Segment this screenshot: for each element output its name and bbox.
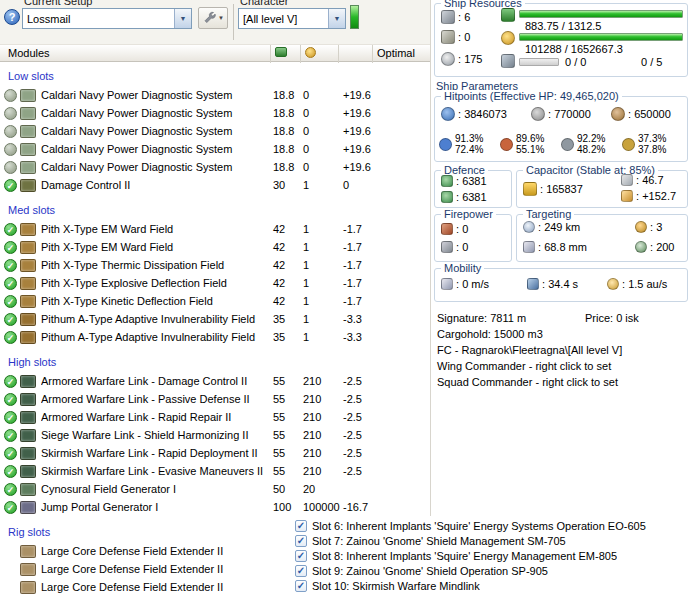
module-cpu-value: 55: [273, 390, 303, 408]
module-active-icon: ✓: [4, 241, 17, 254]
armor-hp-value: 770000: [548, 108, 591, 120]
defence-sustained-stat: 6381: [441, 191, 487, 203]
resist-icon: [439, 138, 452, 151]
module-row[interactable]: ✓Skirmish Warfare Link - Rapid Deploymen…: [0, 444, 430, 462]
module-icon: [20, 179, 36, 192]
module-row[interactable]: Caldari Navy Power Diagnostic System18.8…: [0, 86, 430, 104]
help-icon[interactable]: ?: [4, 9, 20, 25]
armor-resist-value: 37.8%: [638, 144, 666, 155]
targeting-range-stat: 249 km: [523, 221, 580, 233]
module-icon: [20, 483, 36, 496]
module-name: Caldari Navy Power Diagnostic System: [41, 161, 273, 173]
module-name: Pith X-Type Explosive Deflection Field: [41, 277, 273, 289]
module-secondary-value: 1: [303, 274, 343, 292]
module-optimal-value: -1.7: [343, 274, 393, 292]
module-row[interactable]: Caldari Navy Power Diagnostic System18.8…: [0, 122, 430, 140]
capacitor-delta-value: 46.7: [636, 174, 664, 186]
scan-resolution-icon: [523, 241, 535, 253]
implant-label: Slot 6: Inherent Implants 'Squire' Energ…: [312, 520, 646, 532]
wing-commander-line[interactable]: Wing Commander - right click to set: [437, 360, 687, 372]
module-optimal-value: +19.6: [343, 104, 393, 122]
module-row[interactable]: ✓Armored Warfare Link - Damage Control I…: [0, 372, 430, 390]
setup-dropdown[interactable]: Lossmail ▼: [22, 8, 192, 29]
implant-row[interactable]: ✓Slot 6: Inherent Implants 'Squire' Ener…: [295, 518, 689, 533]
cpu-column: [270, 45, 300, 63]
cpu-column-icon: [275, 47, 287, 57]
module-name: Caldari Navy Power Diagnostic System: [41, 143, 273, 155]
module-optimal-value: -2.5: [343, 408, 393, 426]
module-row[interactable]: ✓Pith X-Type Kinetic Deflection Field421…: [0, 292, 430, 310]
module-secondary-value: 1: [303, 292, 343, 310]
module-row[interactable]: ✓Pithum A-Type Adaptive Invulnerability …: [0, 310, 430, 328]
max-targets-icon: [635, 221, 647, 233]
module-row[interactable]: ✓Pith X-Type EM Ward Field421-1.7: [0, 238, 430, 256]
implant-checkbox[interactable]: ✓: [295, 550, 307, 562]
defence-icon: [441, 175, 453, 187]
module-optimal-value: -3.3: [343, 310, 393, 328]
module-icon: [20, 143, 36, 156]
module-active-icon: ✓: [4, 483, 17, 496]
implant-row[interactable]: ✓Slot 7: Zainou 'Gnome' Shield Managemen…: [295, 533, 689, 548]
module-row[interactable]: Caldari Navy Power Diagnostic System18.8…: [0, 140, 430, 158]
module-secondary-value: 210: [303, 390, 343, 408]
module-name: Large Core Defense Field Extender II: [41, 581, 273, 593]
module-row[interactable]: ✓Damage Control II3010: [0, 176, 430, 194]
module-row[interactable]: ✓Jump Portal Generator I100100000-16.7: [0, 498, 430, 516]
align-time-stat: 34.4 s: [527, 278, 578, 290]
scan-resolution-value: 68.8 mm: [538, 241, 587, 253]
dropdown-arrow-icon[interactable]: ▼: [174, 9, 191, 28]
tools-button[interactable]: ▼: [198, 7, 228, 29]
implant-checkbox[interactable]: ✓: [295, 580, 307, 592]
implant-row[interactable]: ✓Slot 9: Zainou 'Gnome' Shield Operation…: [295, 563, 689, 578]
module-icon: [20, 465, 36, 478]
module-name: Large Core Defense Field Extender II: [41, 545, 273, 557]
module-cpu-value: 100: [273, 498, 303, 516]
turret-hardpoints-stat: 6: [441, 10, 470, 24]
module-row[interactable]: Caldari Navy Power Diagnostic System18.8…: [0, 158, 430, 176]
module-row[interactable]: Caldari Navy Power Diagnostic System18.8…: [0, 104, 430, 122]
module-row[interactable]: ✓Pith X-Type Thermic Dissipation Field42…: [0, 256, 430, 274]
squad-commander-line[interactable]: Squad Commander - right click to set: [437, 376, 687, 388]
module-row[interactable]: ✓Cynosural Field Generator I5020: [0, 480, 430, 498]
capacitor-delta-stat: 46.7: [621, 174, 664, 186]
module-row[interactable]: ✓Pith X-Type EM Ward Field421-1.7: [0, 220, 430, 238]
targeting-title: Targeting: [523, 208, 574, 220]
implant-label: Slot 9: Zainou 'Gnome' Shield Operation …: [312, 565, 548, 577]
module-row[interactable]: ✓Pithum A-Type Adaptive Invulnerability …: [0, 328, 430, 346]
module-active-icon: ✓: [4, 259, 17, 272]
implant-row[interactable]: ✓Slot 8: Inherent Implants 'Squire' Ener…: [295, 548, 689, 563]
module-row[interactable]: ✓Pith X-Type Explosive Deflection Field4…: [0, 274, 430, 292]
character-dropdown[interactable]: [All level V] ▼: [238, 8, 346, 29]
implant-label: Slot 10: Skirmish Warfare Mindlink: [312, 580, 480, 592]
shield-resist-value: 91.3%: [455, 133, 483, 144]
module-active-icon: ✓: [4, 223, 17, 236]
implant-label: Slot 7: Zainou 'Gnome' Shield Management…: [312, 535, 566, 547]
turret-hardpoints-icon: [441, 10, 455, 24]
optimal-column-header: Optimal: [377, 47, 415, 59]
cargohold-line: Cargohold: 15000 m3: [437, 328, 687, 340]
module-row[interactable]: ✓Siege Warfare Link - Shield Harmonizing…: [0, 426, 430, 444]
armor-icon: [531, 107, 545, 121]
dropdown-arrow-icon[interactable]: ▼: [328, 9, 345, 28]
module-optimal-value: -2.5: [343, 444, 393, 462]
module-cpu-value: 18.8: [273, 158, 303, 176]
module-row[interactable]: ✓Armored Warfare Link - Rapid Repair II5…: [0, 408, 430, 426]
implant-checkbox[interactable]: ✓: [295, 535, 307, 547]
turret-hardpoints-value: 6: [458, 11, 470, 23]
setup-dropdown-value: Lossmail: [23, 13, 174, 25]
module-cpu-value: 42: [273, 238, 303, 256]
implant-checkbox[interactable]: ✓: [295, 520, 307, 532]
implant-checkbox[interactable]: ✓: [295, 565, 307, 577]
sensor-strength-value: 200: [650, 241, 674, 253]
sensor-strength-stat: 200: [635, 241, 674, 253]
implant-row[interactable]: ✓Slot 10: Skirmish Warfare Mindlink: [295, 578, 689, 593]
max-velocity-icon: [441, 278, 453, 290]
module-name: Jump Portal Generator I: [41, 501, 273, 513]
module-optimal-value: -2.5: [343, 372, 393, 390]
resist-icon: [500, 138, 513, 151]
module-row[interactable]: ✓Skirmish Warfare Link - Evasive Maneuve…: [0, 462, 430, 480]
module-row[interactable]: ✓Armored Warfare Link - Passive Defense …: [0, 390, 430, 408]
module-optimal-value: +19.6: [343, 158, 393, 176]
panel-divider: [430, 0, 431, 516]
module-secondary-value: 0: [303, 122, 343, 140]
